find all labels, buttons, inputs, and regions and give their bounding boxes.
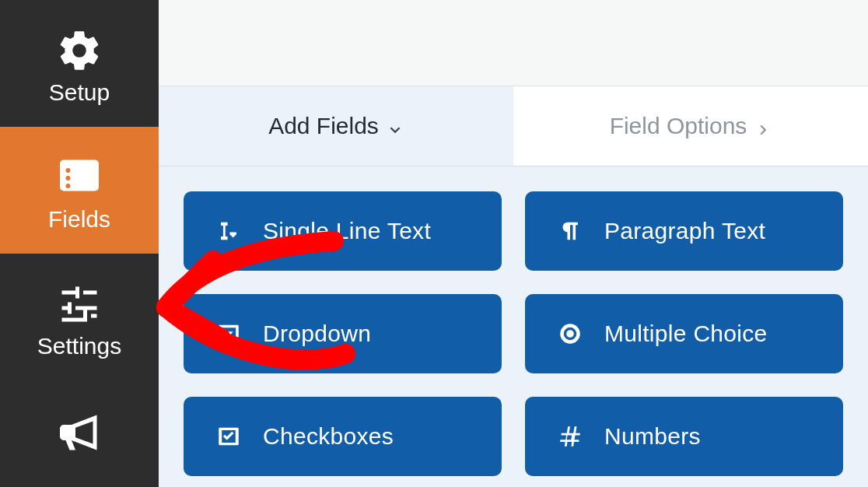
sidebar-item-label: Setup xyxy=(49,81,110,104)
field-paragraph-text[interactable]: Paragraph Text xyxy=(525,191,843,271)
sidebar-item-label: Fields xyxy=(48,208,110,231)
field-dropdown[interactable]: Dropdown xyxy=(184,294,502,373)
sidebar-item-fields[interactable]: Fields xyxy=(0,127,159,254)
tab-add-fields[interactable]: Add Fields xyxy=(159,86,513,166)
caret-square-down-icon xyxy=(215,320,243,348)
pilcrow-icon xyxy=(556,217,584,245)
hash-icon xyxy=(556,422,584,450)
list-icon xyxy=(52,150,107,205)
tab-field-options[interactable]: Field Options xyxy=(513,86,868,166)
field-label: Single Line Text xyxy=(263,218,431,244)
chevron-right-icon xyxy=(754,117,772,135)
check-square-icon xyxy=(215,422,243,450)
sidebar-item-label: Settings xyxy=(37,335,121,358)
sidebar-item-marketing[interactable] xyxy=(0,380,159,487)
field-label: Checkboxes xyxy=(263,423,394,450)
tab-label: Field Options xyxy=(610,113,747,139)
sidebar-item-settings[interactable]: Settings xyxy=(0,254,159,380)
sidebar-item-setup[interactable]: Setup xyxy=(0,0,159,127)
top-strip xyxy=(159,0,868,86)
megaphone-icon xyxy=(52,405,107,460)
radio-icon xyxy=(556,320,584,348)
field-single-line-text[interactable]: Single Line Text xyxy=(184,191,502,271)
field-multiple-choice[interactable]: Multiple Choice xyxy=(525,294,843,373)
panel-tabs: Add Fields Field Options xyxy=(159,86,868,166)
sidebar: Setup Fields Settings xyxy=(0,0,159,487)
field-grid: Single Line Text Paragraph Text Dropdown… xyxy=(159,166,868,476)
field-checkboxes[interactable]: Checkboxes xyxy=(184,397,502,476)
chevron-down-icon xyxy=(387,117,404,135)
gear-icon xyxy=(52,23,107,78)
field-label: Paragraph Text xyxy=(604,218,765,244)
field-label: Multiple Choice xyxy=(604,321,768,347)
field-label: Dropdown xyxy=(263,321,371,347)
text-cursor-icon xyxy=(215,217,243,245)
tab-label: Add Fields xyxy=(268,113,379,139)
field-numbers[interactable]: Numbers xyxy=(525,397,843,476)
main-panel: Add Fields Field Options Single Line Tex… xyxy=(159,0,868,487)
field-label: Numbers xyxy=(604,423,701,450)
sliders-icon xyxy=(52,277,107,331)
